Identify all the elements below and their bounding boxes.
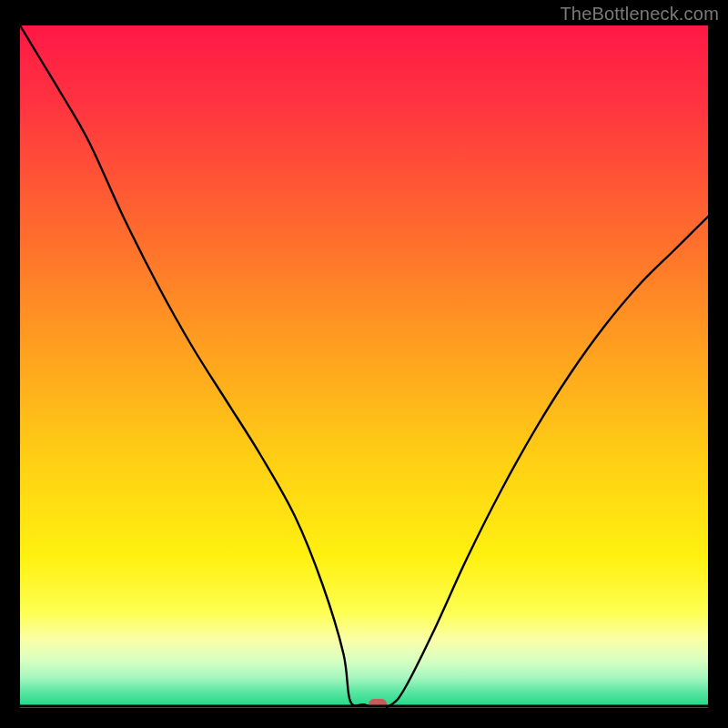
bottleneck-chart: [20, 25, 708, 708]
plot-background: [20, 25, 708, 708]
chart-frame: TheBottleneck.com: [0, 0, 728, 728]
watermark-text: TheBottleneck.com: [560, 4, 719, 25]
